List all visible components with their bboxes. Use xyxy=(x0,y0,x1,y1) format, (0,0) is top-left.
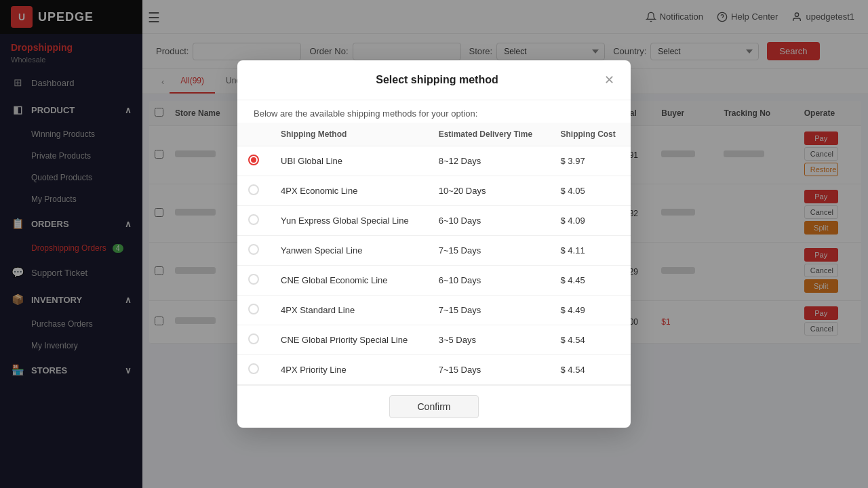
delivery-time: 6~10 Days xyxy=(428,266,550,296)
shipping-cost: $ 4.11 xyxy=(549,236,631,266)
radio-button[interactable] xyxy=(248,274,259,285)
method-name: UBI Global Line xyxy=(270,146,428,176)
delivery-time: 10~20 Days xyxy=(428,176,550,206)
delivery-time: 7~15 Days xyxy=(428,355,550,385)
shipping-cost: $ 3.97 xyxy=(549,146,631,176)
radio-cell[interactable] xyxy=(237,146,270,176)
method-name: 4PX Priority Line xyxy=(270,355,428,385)
radio-button[interactable] xyxy=(248,214,259,225)
shipping-cost: $ 4.45 xyxy=(549,266,631,296)
radio-button[interactable] xyxy=(248,304,259,314)
delivery-time: 8~12 Days xyxy=(428,146,550,176)
delivery-time: 6~10 Days xyxy=(428,206,550,236)
shipping-row[interactable]: 4PX Priority Line 7~15 Days $ 4.54 xyxy=(237,355,631,385)
modal-overlay: Select shipping method ✕ Below are the a… xyxy=(0,0,868,488)
shipping-row[interactable]: UBI Global Line 8~12 Days $ 3.97 xyxy=(237,146,631,176)
modal-footer: Confirm xyxy=(237,385,631,428)
modal-title: Select shipping method xyxy=(270,74,604,86)
shipping-cost: $ 4.05 xyxy=(549,176,631,206)
radio-button[interactable] xyxy=(248,155,259,165)
shipping-row[interactable]: CNE Global Priority Special Line 3~5 Day… xyxy=(237,325,631,355)
radio-cell[interactable] xyxy=(237,325,270,355)
confirm-button[interactable]: Confirm xyxy=(389,395,478,418)
radio-cell[interactable] xyxy=(237,296,270,325)
delivery-time: 7~15 Days xyxy=(428,296,550,325)
delivery-time: 7~15 Days xyxy=(428,236,550,266)
radio-cell[interactable] xyxy=(237,176,270,206)
shipping-cost: $ 4.09 xyxy=(549,206,631,236)
modal-close-button[interactable]: ✕ xyxy=(604,73,614,87)
shipping-table: Shipping Method Estimated Delivery Time … xyxy=(237,123,631,385)
method-name: Yun Express Global Special Line xyxy=(270,206,428,236)
radio-button[interactable] xyxy=(248,333,259,344)
col-delivery: Estimated Delivery Time xyxy=(428,123,550,146)
radio-button[interactable] xyxy=(248,244,259,255)
shipping-row[interactable]: 4PX Standard Line 7~15 Days $ 4.49 xyxy=(237,296,631,325)
shipping-cost: $ 4.54 xyxy=(549,325,631,355)
method-name: Yanwen Special Line xyxy=(270,236,428,266)
shipping-cost: $ 4.49 xyxy=(549,296,631,325)
modal-subtitle: Below are the available shipping methods… xyxy=(237,100,631,123)
radio-cell[interactable] xyxy=(237,236,270,266)
radio-button[interactable] xyxy=(248,184,259,195)
modal-body: Shipping Method Estimated Delivery Time … xyxy=(237,123,631,385)
method-name: 4PX Economic Line xyxy=(270,176,428,206)
delivery-time: 3~5 Days xyxy=(428,325,550,355)
shipping-method-modal: Select shipping method ✕ Below are the a… xyxy=(237,60,631,428)
shipping-row[interactable]: 4PX Economic Line 10~20 Days $ 4.05 xyxy=(237,176,631,206)
shipping-row[interactable]: Yanwen Special Line 7~15 Days $ 4.11 xyxy=(237,236,631,266)
col-cost: Shipping Cost xyxy=(549,123,631,146)
radio-cell[interactable] xyxy=(237,266,270,296)
shipping-cost: $ 4.54 xyxy=(549,355,631,385)
radio-button[interactable] xyxy=(248,363,259,374)
col-radio xyxy=(237,123,270,146)
radio-cell[interactable] xyxy=(237,355,270,385)
modal-header: Select shipping method ✕ xyxy=(237,60,631,100)
method-name: CNE Global Economic Line xyxy=(270,266,428,296)
method-name: 4PX Standard Line xyxy=(270,296,428,325)
shipping-row[interactable]: CNE Global Economic Line 6~10 Days $ 4.4… xyxy=(237,266,631,296)
shipping-row[interactable]: Yun Express Global Special Line 6~10 Day… xyxy=(237,206,631,236)
radio-cell[interactable] xyxy=(237,206,270,236)
method-name: CNE Global Priority Special Line xyxy=(270,325,428,355)
col-method: Shipping Method xyxy=(270,123,428,146)
